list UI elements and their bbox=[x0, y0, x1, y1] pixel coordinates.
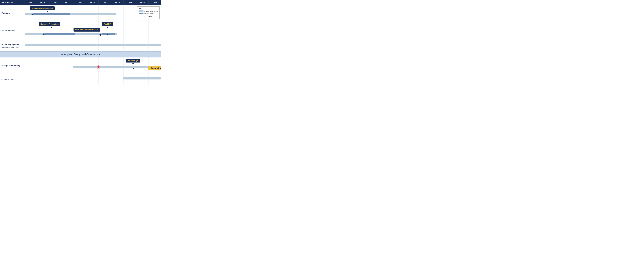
design-permitting-label: Design & Permitting bbox=[0, 58, 24, 74]
planning-dot bbox=[32, 14, 33, 15]
planning-swatch bbox=[139, 10, 144, 12]
project-definition-pointer bbox=[46, 11, 48, 12]
environmental-label: Environmental bbox=[0, 22, 24, 40]
star-icon: ★ bbox=[139, 15, 141, 18]
nop-dot bbox=[42, 34, 44, 36]
design-dot bbox=[133, 68, 134, 69]
environmental-content: Notice of Preparation Final EIR Draft EI… bbox=[24, 22, 161, 40]
year-2021: 2021 bbox=[49, 0, 61, 4]
year-2027: 2027 bbox=[124, 0, 136, 4]
full-grid: KEY Planning Activities Deliverables ★ C… bbox=[0, 5, 161, 85]
year-2025: 2025 bbox=[99, 0, 111, 4]
public-engagement-content bbox=[24, 40, 161, 51]
year-2024: 2024 bbox=[86, 0, 99, 4]
year-2022: 2022 bbox=[61, 0, 74, 4]
year-2026: 2026 bbox=[111, 0, 124, 4]
construction-bar bbox=[123, 78, 161, 80]
current-status-label: Current Status bbox=[142, 15, 152, 17]
header-row: MILESTONE 2019 2020 2021 2022 2023 2024 … bbox=[0, 0, 161, 5]
final-eir-pointer bbox=[106, 27, 108, 28]
public-engagement-bar bbox=[25, 44, 161, 46]
project-definition-label: Project Definition Report bbox=[30, 6, 54, 10]
section-divider: Anticipated Design and Construction bbox=[0, 52, 161, 58]
planning-label: Planning bbox=[0, 5, 24, 21]
completion-pointer bbox=[160, 71, 161, 73]
year-2029: 2029 bbox=[149, 0, 161, 4]
legend-planning: Planning Activities bbox=[139, 10, 158, 12]
nop-bar bbox=[43, 33, 75, 36]
legend-box: KEY Planning Activities Deliverables ★ C… bbox=[137, 6, 160, 19]
final-eir-bar bbox=[102, 33, 115, 36]
planning-deliverable-bar bbox=[33, 13, 70, 15]
public-engagement-row: Public Engagement Ongoing through projec… bbox=[0, 40, 161, 52]
public-engagement-label: Public Engagement Ongoing through projec… bbox=[0, 40, 24, 51]
notice-preparation-pointer bbox=[50, 27, 52, 28]
year-2019: 2019 bbox=[24, 0, 36, 4]
environmental-row: Environmental Notice of Preparation Fina… bbox=[0, 22, 161, 40]
year-headers: 2019 2020 2021 2022 2023 2024 2025 2026 … bbox=[24, 0, 161, 4]
design-permitting-row: Design & Permitting Final Design Complet… bbox=[0, 58, 161, 74]
planning-row: Planning Project Definition Report bbox=[0, 5, 161, 22]
planning-label: Planning Activities bbox=[144, 10, 158, 12]
draft-eir-label: Draft EIR for Public Review bbox=[74, 28, 100, 32]
current-status-star: ★ bbox=[96, 64, 101, 69]
construction-label: Construction bbox=[0, 74, 24, 85]
final-eir-label: Final EIR bbox=[102, 22, 113, 26]
year-2023: 2023 bbox=[74, 0, 86, 4]
construction-content bbox=[24, 74, 161, 85]
year-2020: 2020 bbox=[36, 0, 49, 4]
notice-preparation-label: Notice of Preparation bbox=[39, 22, 60, 26]
deliverables-swatch bbox=[139, 13, 144, 14]
deliverables-label: Deliverables bbox=[144, 13, 154, 14]
legend-deliverables: Deliverables bbox=[139, 13, 158, 14]
design-light-bar bbox=[73, 66, 158, 68]
construction-row: Construction bbox=[0, 74, 161, 85]
milestone-header: MILESTONE bbox=[0, 0, 24, 4]
final-design-pointer bbox=[132, 63, 134, 64]
design-permitting-content: Final Design Completion ★ bbox=[24, 58, 161, 74]
final-design-label: Final Design bbox=[126, 59, 140, 62]
legend-current-status: ★ Current Status bbox=[139, 15, 158, 18]
completion-label: Completion bbox=[148, 66, 161, 70]
year-2028: 2028 bbox=[136, 0, 149, 4]
gantt-chart: MILESTONE 2019 2020 2021 2022 2023 2024 … bbox=[0, 0, 161, 85]
final-eir-dot bbox=[106, 34, 108, 36]
legend-title: KEY bbox=[139, 8, 158, 10]
